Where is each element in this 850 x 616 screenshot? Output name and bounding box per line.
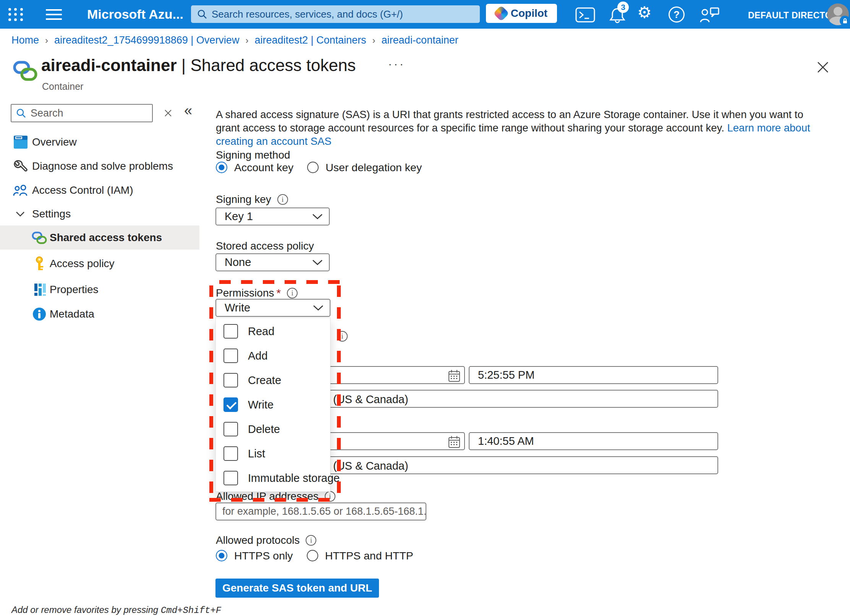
calendar-icon[interactable] <box>448 369 460 382</box>
brand-title[interactable]: Microsoft Azu... <box>87 7 183 22</box>
copilot-logo-icon <box>493 5 509 21</box>
breadcrumb-home[interactable]: Home <box>11 34 39 46</box>
search-icon <box>16 108 26 118</box>
chevron-down-icon <box>15 211 26 217</box>
signing-method-radios: Account key User delegation key <box>216 160 422 174</box>
stored-access-policy-label: Stored access policy <box>216 240 314 252</box>
help-icon[interactable]: ? <box>669 6 685 23</box>
info-icon[interactable]: i <box>325 491 335 502</box>
https-and-http-radio[interactable] <box>307 550 318 561</box>
permissions-value: Write <box>225 302 250 314</box>
app-launcher-icon[interactable] <box>7 7 24 22</box>
allowed-protocols-radios: HTTPS only HTTPS and HTTP <box>216 549 413 563</box>
permission-option-delete[interactable]: Delete <box>216 417 330 441</box>
copilot-button[interactable]: Copilot <box>486 4 557 23</box>
settings-gear-icon[interactable]: ⚙ <box>637 5 652 21</box>
stored-access-policy-value: None <box>225 256 251 269</box>
checkbox-list[interactable] <box>223 446 238 461</box>
info-icon[interactable]: i <box>337 331 348 342</box>
chevron-down-icon <box>312 259 323 266</box>
keyboard-shortcut: Cmd+Shift+F <box>161 605 221 616</box>
calendar-icon[interactable] <box>448 435 460 448</box>
stored-access-policy-select[interactable]: None <box>215 253 330 271</box>
checkbox-create[interactable] <box>223 373 238 387</box>
info-icon[interactable]: i <box>287 288 298 298</box>
sidebar-item-properties[interactable]: Properties <box>0 281 199 298</box>
sidebar-item-settings[interactable]: Settings <box>0 206 199 222</box>
signing-key-value: Key 1 <box>225 210 253 223</box>
shared-access-tokens-icon <box>13 60 37 82</box>
permission-option-immutable-storage[interactable]: Immutable storage <box>216 466 330 490</box>
chevron-down-icon <box>312 214 323 220</box>
close-icon[interactable] <box>816 60 830 74</box>
properties-bars-icon <box>34 283 47 297</box>
global-search-input[interactable] <box>212 8 471 20</box>
required-asterisk: * <box>276 287 281 300</box>
sidebar-search-input[interactable] <box>31 107 141 119</box>
sidebar-item-diagnose[interactable]: Diagnose and solve problems <box>0 158 199 175</box>
signing-key-label: Signing key i <box>216 193 288 206</box>
cloud-shell-icon[interactable] <box>575 7 595 23</box>
page-title: aireadi-container | Shared access tokens <box>41 56 356 75</box>
top-bar: Microsoft Azu... Copilot 3 ⚙ ? <box>0 0 850 29</box>
breadcrumb-separator: › <box>245 35 248 46</box>
checkbox-immutable-storage[interactable] <box>223 471 238 485</box>
permission-option-write[interactable]: Write <box>216 392 330 417</box>
info-icon[interactable]: i <box>306 535 316 546</box>
start-time-field[interactable]: 5:25:55 PM <box>469 366 718 384</box>
azure-portal-page: Microsoft Azu... Copilot 3 ⚙ ? <box>0 0 850 616</box>
https-only-label: HTTPS only <box>234 550 293 562</box>
permissions-select[interactable]: Write <box>215 299 330 317</box>
signing-method-label: Signing method <box>216 149 290 161</box>
start-time-value: 5:25:55 PM <box>478 369 534 381</box>
more-options-icon[interactable]: ··· <box>388 57 405 70</box>
expiry-timezone-value: (US & Canada) <box>333 460 408 472</box>
signing-key-select[interactable]: Key 1 <box>215 207 330 225</box>
checkbox-read[interactable] <box>223 324 238 339</box>
permission-option-read[interactable]: Read <box>216 319 330 344</box>
allowed-ip-input[interactable] <box>215 503 426 520</box>
sidebar-item-access-policy[interactable]: Access policy <box>0 255 199 272</box>
sidebar-item-metadata[interactable]: Metadata <box>0 306 199 323</box>
generate-sas-button[interactable]: Generate SAS token and URL <box>215 579 379 598</box>
hamburger-menu-icon[interactable] <box>46 9 62 23</box>
account-avatar[interactable] <box>827 3 849 25</box>
user-delegation-key-radio[interactable] <box>307 162 319 173</box>
clear-search-icon[interactable] <box>164 109 173 118</box>
expiry-time-field[interactable]: 1:40:55 AM <box>469 432 718 450</box>
permissions-label: Permissions * i <box>216 287 298 300</box>
https-only-radio[interactable] <box>216 550 227 561</box>
container-name: aireadi-container <box>41 56 177 75</box>
checkbox-add[interactable] <box>223 349 238 363</box>
https-and-http-label: HTTPS and HTTP <box>325 550 413 562</box>
breadcrumb-storage-account[interactable]: aireaditest2_1754699918869 | Overview <box>54 34 239 46</box>
permissions-dropdown: Read Add Create Write Delete List Immuta… <box>215 318 330 492</box>
expiry-time-value: 1:40:55 AM <box>478 435 534 447</box>
info-icon[interactable]: i <box>277 194 288 205</box>
breadcrumb-containers[interactable]: aireaditest2 | Containers <box>254 34 366 46</box>
sidebar-item-shared-access-tokens[interactable]: Shared access tokens <box>0 229 199 246</box>
checkbox-delete[interactable] <box>223 422 238 436</box>
account-key-radio[interactable] <box>216 162 227 173</box>
breadcrumb-separator: › <box>45 35 48 46</box>
collapse-sidebar-icon[interactable]: « <box>184 102 192 119</box>
sidebar-item-access-control[interactable]: Access Control (IAM) <box>0 182 199 199</box>
key-icon <box>32 256 47 271</box>
permission-option-create[interactable]: Create <box>216 368 330 392</box>
info-circle-icon <box>32 307 47 321</box>
sas-description: A shared access signature (SAS) is a URI… <box>216 108 819 148</box>
global-search[interactable] <box>191 5 480 23</box>
people-icon <box>12 183 29 197</box>
permission-option-add[interactable]: Add <box>216 344 330 368</box>
overview-icon <box>13 136 28 149</box>
breadcrumb-container[interactable]: aireadi-container <box>382 34 458 46</box>
permission-option-list[interactable]: List <box>216 441 330 466</box>
search-icon <box>197 9 207 19</box>
sidebar-search[interactable] <box>11 104 153 122</box>
lock-icon <box>840 16 850 26</box>
allowed-protocols-label: Allowed protocols i <box>216 534 316 546</box>
user-delegation-key-label: User delegation key <box>325 161 422 174</box>
feedback-icon[interactable] <box>700 6 720 23</box>
sidebar-item-overview[interactable]: Overview <box>0 134 199 151</box>
checkbox-write[interactable] <box>223 397 238 412</box>
